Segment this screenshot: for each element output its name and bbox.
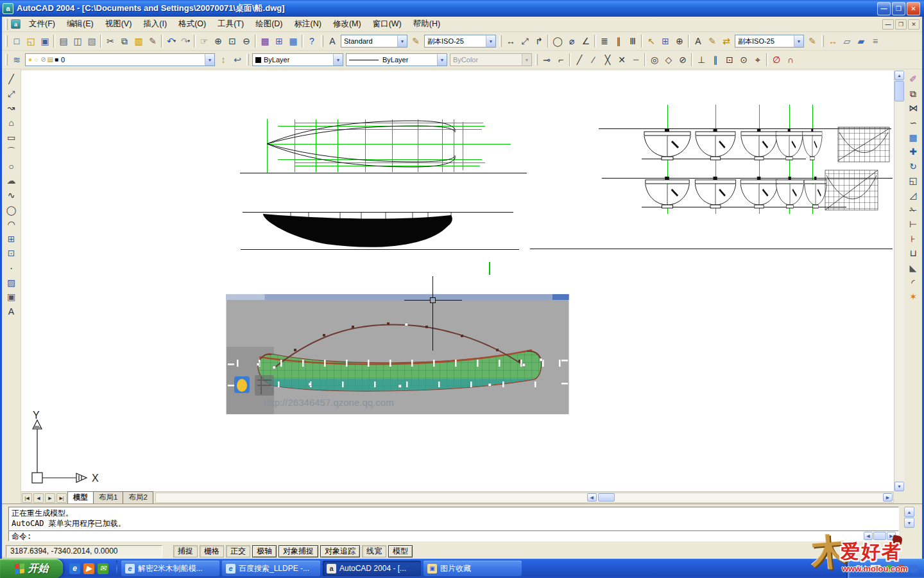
- zoom-window-button[interactable]: ⊡: [225, 34, 239, 48]
- offset-button[interactable]: ∽: [906, 116, 921, 130]
- copy-button[interactable]: ⧉: [117, 34, 132, 48]
- horizontal-scrollbar[interactable]: ◀ ▶: [155, 493, 894, 503]
- dim-radius-button[interactable]: ◯: [551, 34, 565, 48]
- snap-tangent-button[interactable]: ⊘: [676, 53, 690, 67]
- region-button[interactable]: ▣: [4, 290, 19, 304]
- horizontal-scroll-thumb[interactable]: [598, 493, 615, 502]
- raster-image[interactable]: http://26346457.qzone.qq.com: [227, 294, 569, 414]
- explode-button[interactable]: ✶: [906, 290, 921, 304]
- command-input-scroll-right-icon[interactable]: ▶: [887, 532, 896, 540]
- linetype-dropdown-icon[interactable]: ▼: [437, 54, 447, 66]
- color-dropdown-icon[interactable]: ▼: [333, 54, 343, 66]
- text-style-manager-button[interactable]: A: [325, 34, 339, 48]
- command-input[interactable]: 命令: ◀ ▶: [8, 530, 899, 541]
- snap-center-button[interactable]: ◎: [647, 53, 662, 67]
- list-button[interactable]: ≡: [868, 34, 882, 48]
- taskbar-button-2[interactable]: aAutoCAD 2004 - [...: [323, 561, 421, 576]
- menu-item-0[interactable]: 文件(F): [23, 17, 61, 31]
- menu-item-1[interactable]: 编辑(E): [61, 17, 99, 31]
- toolbar-grip[interactable]: [499, 35, 502, 47]
- undo-dropdown-arrow-icon[interactable]: ▾: [174, 39, 176, 44]
- dimension-style-dropdown-icon[interactable]: ▼: [794, 35, 803, 47]
- toolbar-grip[interactable]: [5, 19, 8, 30]
- tab-布局1[interactable]: 布局1: [93, 491, 123, 504]
- layer-dropdown-icon[interactable]: ▼: [205, 54, 214, 66]
- match-properties-button[interactable]: ✎: [146, 34, 160, 48]
- vertical-scroll-thumb[interactable]: [894, 81, 904, 101]
- center-mark-button[interactable]: ⊕: [672, 34, 687, 48]
- dim-continue-button[interactable]: Ⅲ: [626, 34, 640, 48]
- model-space-canvas[interactable]: http://26346457.qzone.qq.com Y X: [21, 71, 894, 491]
- scroll-left-icon[interactable]: ◀: [587, 493, 597, 502]
- spline-button[interactable]: ∿: [4, 188, 19, 203]
- rectangle-button[interactable]: ▭: [4, 130, 19, 144]
- quicklaunch-msn-icon[interactable]: ✉: [98, 563, 108, 574]
- snap-quadrant-button[interactable]: ◇: [662, 53, 676, 67]
- status-toggle-栅格[interactable]: 栅格: [200, 545, 224, 557]
- break-button[interactable]: ⊔: [906, 246, 921, 261]
- break-at-point-button[interactable]: ⊦: [906, 232, 921, 247]
- rotate-button[interactable]: ↻: [906, 159, 921, 174]
- menu-item-6[interactable]: 绘图(D): [250, 17, 288, 31]
- coordinate-readout[interactable]: 3187.6394, -7340.2014, 0.0000: [6, 545, 162, 557]
- keyboard-icon[interactable]: [870, 565, 881, 572]
- menu-item-9[interactable]: 窗口(W): [367, 17, 407, 31]
- menu-item-7[interactable]: 标注(N): [289, 17, 327, 31]
- menu-item-8[interactable]: 修改(M): [327, 17, 367, 31]
- status-toggle-捕捉[interactable]: 捕捉: [173, 545, 198, 557]
- tray-icon-blue[interactable]: [909, 565, 918, 573]
- dim-aligned-button[interactable]: ⤢: [518, 34, 532, 48]
- dim-style-combo[interactable]: 副本ISO-25 ▼: [424, 35, 496, 48]
- tab-last-button[interactable]: ▶|: [56, 493, 67, 503]
- save-button[interactable]: ▣: [38, 34, 52, 48]
- construction-line-button[interactable]: ⤢: [4, 87, 19, 101]
- dimension-style-combo[interactable]: 副本ISO-25 ▼: [735, 35, 804, 48]
- snap-from-button[interactable]: ⌐: [554, 53, 568, 67]
- arc-button[interactable]: ⌒: [4, 144, 19, 159]
- help-button[interactable]: ?: [305, 34, 319, 48]
- tray-icon-green[interactable]: [885, 565, 893, 573]
- plot-preview-button[interactable]: ◫: [71, 34, 85, 48]
- paste-button[interactable]: ▥: [132, 34, 146, 48]
- color-combo[interactable]: ByLayer ▼: [252, 53, 343, 66]
- snap-midpoint-button[interactable]: ∕: [586, 53, 601, 67]
- quick-leader-button[interactable]: ↖: [644, 34, 658, 48]
- dim-style-dropdown-icon[interactable]: ▼: [486, 35, 495, 47]
- make-object-layer-current-button[interactable]: ↕: [216, 53, 230, 67]
- cut-button[interactable]: ✂: [103, 34, 117, 48]
- revision-cloud-button[interactable]: ☁: [4, 173, 19, 188]
- close-button[interactable]: ✕: [907, 2, 920, 15]
- mirror-button[interactable]: ⋈: [906, 101, 921, 116]
- command-history[interactable]: 正在重生成模型。AutoCAD 菜单实用程序已加载。: [8, 507, 899, 530]
- tab-模型[interactable]: 模型: [67, 491, 94, 504]
- toolbar-grip[interactable]: [5, 35, 8, 47]
- maximize-button[interactable]: ❐: [892, 2, 905, 15]
- snap-nearest-button[interactable]: ⌖: [751, 53, 765, 67]
- toolbar-grip[interactable]: [535, 54, 538, 66]
- zoom-previous-button[interactable]: ⊖: [239, 34, 253, 48]
- tab-prev-button[interactable]: ◀: [33, 493, 44, 503]
- menu-item-4[interactable]: 格式(O): [173, 17, 212, 31]
- move-button[interactable]: ✚: [906, 144, 921, 159]
- snap-node-button[interactable]: ⊙: [737, 53, 751, 67]
- vertical-scrollbar[interactable]: ▲ ▼: [894, 71, 904, 491]
- snap-parallel-button[interactable]: ∥: [708, 53, 723, 67]
- text-style-dropdown-icon[interactable]: ▼: [397, 35, 407, 47]
- dim-update-button[interactable]: ⇄: [719, 34, 733, 48]
- scroll-up-icon[interactable]: ▲: [894, 71, 904, 80]
- chamfer-button[interactable]: ◣: [906, 261, 921, 276]
- toolbar-grip[interactable]: [246, 54, 249, 66]
- menu-item-3[interactable]: 插入(I): [137, 17, 173, 31]
- minimize-drawing-button[interactable]: —: [882, 19, 894, 30]
- text-style-combo[interactable]: Standard ▼: [341, 35, 407, 48]
- dim-linear-button[interactable]: ↔: [504, 34, 518, 48]
- tab-布局2[interactable]: 布局2: [123, 491, 153, 504]
- open-button[interactable]: ◱: [24, 34, 38, 48]
- erase-button[interactable]: ✐: [906, 72, 921, 87]
- quicklaunch-media-player-icon[interactable]: ▶: [83, 563, 94, 574]
- distance-button[interactable]: ↔: [826, 34, 840, 48]
- osnap-settings-button[interactable]: ∩: [783, 53, 798, 67]
- ellipse-button[interactable]: ◯: [4, 202, 19, 217]
- array-button[interactable]: ▦: [906, 130, 921, 144]
- snap-insert-button[interactable]: ⊡: [723, 53, 737, 67]
